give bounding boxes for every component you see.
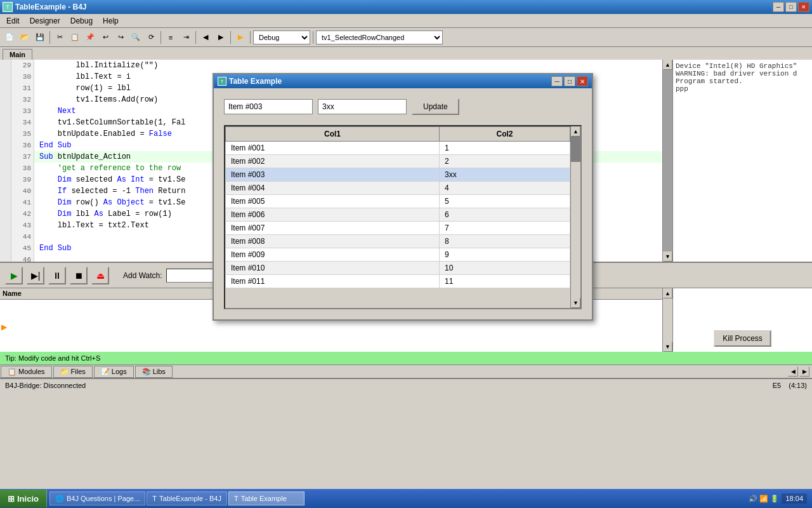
table-row[interactable]: Item #008 8 [226, 235, 570, 248]
dialog-close-button[interactable]: ✕ [577, 76, 588, 86]
menu-designer[interactable]: Designer [25, 15, 65, 27]
table-cell-col2: 7 [440, 222, 570, 235]
scroll-down-arrow[interactable]: ▼ [663, 251, 672, 262]
run-button[interactable]: ▶ [233, 30, 247, 44]
find-button[interactable]: 🔍 [129, 30, 143, 44]
taskbar: ⊞ Inicio 🌐 B4J Questions | Page... T Tab… [0, 489, 812, 508]
code-scrollbar[interactable]: ▲ ▼ [662, 60, 672, 262]
table-cell-col1: Item #007 [226, 222, 440, 235]
taskbar-item-table[interactable]: T Table Example [228, 491, 304, 505]
taskbar-item-b4j[interactable]: T TableExample - B4J [147, 491, 227, 505]
event-dropdown[interactable]: tv1_SelectedRowChanged [316, 30, 443, 44]
table-cell-col1: Item #011 [226, 275, 440, 288]
scroll-left-button[interactable]: ◀ [788, 366, 798, 377]
table-cell-col1: Item #004 [226, 182, 440, 195]
files-label: Files [71, 368, 86, 375]
watch-scroll-up[interactable]: ▲ [663, 288, 672, 298]
watch-scroll-down[interactable]: ▼ [663, 342, 672, 352]
replace-button[interactable]: ⟳ [144, 30, 158, 44]
play-button[interactable]: ▶ [5, 267, 23, 284]
table-cell-col1: Item #008 [226, 235, 440, 248]
watch-scrollbar[interactable]: ▲ ▼ [662, 288, 672, 352]
item-input-2[interactable] [318, 99, 407, 114]
table-cell-col2: 5 [440, 195, 570, 208]
col1-header: Col1 [226, 127, 440, 142]
table-row[interactable]: Item #009 9 [226, 248, 570, 262]
clock: 18:04 [782, 493, 807, 504]
taskbar-right: 🔊 📶 🔋 18:04 [743, 493, 812, 504]
title-bar: T TableExample - B4J ─ □ ✕ [0, 0, 812, 14]
new-button[interactable]: 📄 [3, 30, 16, 44]
table-row[interactable]: Item #011 11 [226, 275, 570, 288]
debug-arrow-icon: ▶ [1, 323, 7, 331]
scroll-up-arrow[interactable]: ▲ [663, 60, 672, 70]
dialog-minimize-button[interactable]: ─ [551, 76, 563, 86]
cut-button[interactable]: ✂ [53, 30, 67, 44]
log-line-3: Program started. [676, 77, 809, 85]
table-scrollbar[interactable]: ▲ ▼ [570, 126, 580, 308]
table-icon: T [234, 495, 239, 502]
table-row[interactable]: Item #007 7 [226, 222, 570, 235]
tab-logs[interactable]: 📝 Logs [94, 366, 134, 378]
table-cell-col2: 11 [440, 275, 570, 288]
close-button[interactable]: ✕ [798, 2, 809, 12]
dialog-maximize-button[interactable]: □ [564, 76, 575, 86]
maximize-button[interactable]: □ [785, 2, 797, 12]
back-button[interactable]: ◀ [199, 30, 213, 44]
pause-button[interactable]: ⏸ [48, 267, 66, 284]
start-label: Inicio [17, 494, 39, 504]
menu-help[interactable]: Help [98, 15, 124, 27]
table-scroll-thumb[interactable] [571, 137, 580, 162]
redo-button[interactable]: ↪ [114, 30, 128, 44]
table-cell-col2: 6 [440, 208, 570, 222]
tab-libs[interactable]: 📚 Libs [135, 366, 173, 378]
table-cell-col2: 3xx [440, 168, 570, 182]
table-row[interactable]: Item #001 1 [226, 142, 570, 155]
scroll-right-button[interactable]: ▶ [799, 366, 809, 377]
browser-icon: 🌐 [55, 495, 64, 503]
item-input-1[interactable] [224, 99, 313, 114]
menu-debug[interactable]: Debug [65, 15, 98, 27]
update-button[interactable]: Update [412, 98, 459, 115]
taskbar-item-browser[interactable]: 🌐 B4J Questions | Page... [49, 491, 145, 505]
dialog-title-text: Table Example [229, 77, 282, 86]
table-row[interactable]: Item #003 3xx [226, 168, 570, 182]
start-button[interactable]: ⊞ Inicio [0, 490, 47, 507]
forward-button[interactable]: ▶ [214, 30, 228, 44]
menu-edit[interactable]: Edit [1, 15, 25, 27]
table-cell-col1: Item #006 [226, 208, 440, 222]
table-scroll-down[interactable]: ▼ [571, 298, 580, 308]
table-cell-col1: Item #003 [226, 168, 440, 182]
table-cell-col2: 8 [440, 235, 570, 248]
kill-process-button[interactable]: Kill Process [714, 330, 771, 347]
table-cell-col2: 2 [440, 155, 570, 168]
table-row[interactable]: Item #004 4 [226, 182, 570, 195]
libs-label: Libs [153, 368, 166, 375]
table-scroll-up[interactable]: ▲ [571, 126, 580, 137]
undo-button[interactable]: ↩ [98, 30, 112, 44]
tab-modules[interactable]: 📋 Modules [1, 366, 52, 378]
scroll-thumb[interactable] [663, 70, 672, 251]
table-row[interactable]: Item #002 2 [226, 155, 570, 168]
debug-dropdown[interactable]: Debug [253, 30, 310, 44]
watch-scroll-thumb[interactable] [663, 298, 672, 342]
cursor-position: (4:13) [789, 382, 807, 389]
tray-icons: 🔊 📶 🔋 [749, 495, 779, 503]
toolbar-btn-1[interactable]: ≡ [164, 30, 178, 44]
kill-button[interactable]: ⏏ [91, 267, 109, 284]
table-row[interactable]: Item #006 6 [226, 208, 570, 222]
open-button[interactable]: 📂 [18, 30, 32, 44]
tab-main[interactable]: Main [3, 49, 32, 60]
table-row[interactable]: Item #010 10 [226, 262, 570, 275]
save-button[interactable]: 💾 [33, 30, 47, 44]
paste-button[interactable]: 📌 [83, 30, 97, 44]
stop-button[interactable]: ⏹ [70, 267, 88, 284]
step-over-button[interactable]: ▶| [27, 267, 44, 284]
table-row[interactable]: Item #005 5 [226, 195, 570, 208]
table-cell-col2: 4 [440, 182, 570, 195]
toolbar-btn-2[interactable]: ⇥ [179, 30, 193, 44]
copy-button[interactable]: 📋 [68, 30, 82, 44]
tab-files[interactable]: 📁 Files [53, 366, 93, 378]
minimize-button[interactable]: ─ [773, 2, 784, 12]
editor-mode: E5 [773, 382, 781, 389]
